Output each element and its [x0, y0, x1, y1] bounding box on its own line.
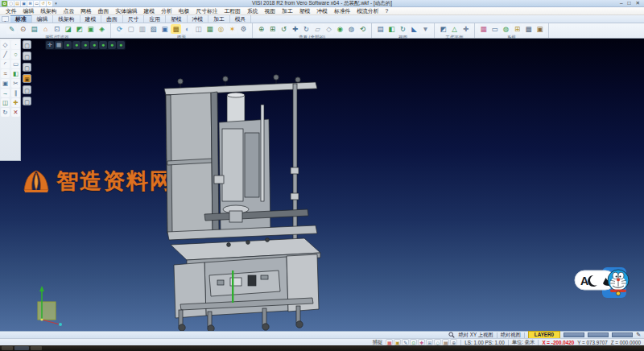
lights-icon[interactable]: ✶: [227, 24, 237, 34]
menu-item[interactable]: ?: [382, 7, 391, 15]
snap-grid-icon[interactable]: ▦: [386, 339, 393, 345]
snap-intersect-icon[interactable]: ✚: [418, 339, 425, 345]
zoom-all-icon[interactable]: ⊕: [256, 24, 266, 34]
select-icon[interactable]: ◇: [1, 40, 10, 49]
ribbon-tab[interactable]: 编辑: [32, 15, 54, 23]
ribbon-tab[interactable]: 曲面: [101, 15, 123, 23]
menu-item[interactable]: 编辑: [20, 7, 38, 15]
layer-filter-icon[interactable]: ▤: [29, 24, 39, 34]
regen-icon[interactable]: ⟲: [357, 24, 368, 34]
menu-item[interactable]: 文件: [2, 7, 20, 15]
workplane-align-icon[interactable]: △: [449, 24, 460, 34]
restore-button[interactable]: □: [628, 0, 631, 6]
color-palette-icon[interactable]: ▦: [478, 24, 489, 34]
snap-tangent-icon[interactable]: ◇: [434, 339, 441, 345]
view-axonometric-icon[interactable]: ◧: [386, 24, 397, 34]
zoom-previous-icon[interactable]: ↺: [279, 24, 289, 34]
menu-item[interactable]: 线架构: [37, 7, 60, 15]
search-icon[interactable]: [448, 332, 455, 338]
rotate-tool-icon[interactable]: ↻: [1, 108, 10, 117]
new-file-icon[interactable]: ▢: [8, 1, 14, 6]
ribbon-tab[interactable]: 线架构: [53, 15, 80, 23]
viewport-active-icon[interactable]: ▣: [23, 74, 31, 83]
taskbar-item[interactable]: [31, 346, 42, 350]
snap-smart-icon[interactable]: ⊕: [450, 339, 457, 345]
customize-quick-access-icon[interactable]: ▾: [53, 1, 59, 6]
rectangle-icon[interactable]: ▭: [11, 60, 20, 68]
viewport-layout-6-icon[interactable]: ▢: [23, 97, 31, 105]
arc-icon[interactable]: ◜: [1, 60, 10, 68]
cad-viewport[interactable]: ◇·╱○◜▭≈◧▣✂→∥◫✚↻✕ ▢▢▢▣▢▢ ✛▦●●●●●●● 智造资料网: [0, 39, 644, 331]
curve-icon[interactable]: ≈: [1, 69, 10, 78]
menu-item[interactable]: 尺寸标注: [192, 7, 221, 15]
undo-icon[interactable]: ↺: [40, 1, 46, 6]
render-icon[interactable]: ▦: [204, 24, 215, 34]
taskbar-item[interactable]: [2, 346, 13, 350]
dynamic-section-icon[interactable]: ◫: [193, 24, 204, 34]
menu-item[interactable]: 标准件: [331, 7, 353, 15]
transparency-icon[interactable]: ◐: [182, 24, 192, 34]
view-normal-icon[interactable]: ◣: [409, 24, 419, 34]
attributes-icon[interactable]: ✎: [6, 24, 17, 34]
calculator-icon[interactable]: ▩: [523, 24, 534, 34]
ribbon-tab[interactable]: 冲模: [188, 15, 209, 23]
menu-item[interactable]: 点云: [60, 7, 78, 15]
snap-point-icon[interactable]: ▣: [394, 339, 401, 345]
view-front-icon[interactable]: ▱: [312, 24, 323, 34]
materials-icon[interactable]: ◎: [216, 24, 226, 34]
menu-item[interactable]: 加工: [279, 7, 296, 15]
point-icon[interactable]: ·: [11, 40, 20, 49]
status-indicator[interactable]: [612, 332, 633, 337]
mirror-icon[interactable]: ◫: [1, 98, 10, 107]
world-icon[interactable]: ◍: [501, 24, 511, 34]
line-icon[interactable]: ╱: [1, 50, 10, 59]
workplane-reset-icon[interactable]: ✚: [460, 24, 471, 34]
collapse-ribbon-button[interactable]: -: [2, 16, 9, 22]
dynamic-rotate-icon[interactable]: ●: [64, 41, 72, 49]
menu-item[interactable]: 网格: [77, 7, 95, 15]
pen-icon[interactable]: ✎: [636, 332, 641, 338]
archive-icon[interactable]: ▣: [535, 24, 545, 34]
taskbar[interactable]: [0, 345, 644, 351]
viewport-layout-2-icon[interactable]: ▢: [23, 52, 31, 60]
graphics-settings-icon[interactable]: ⚙: [238, 24, 249, 34]
menu-item[interactable]: 建模: [141, 7, 159, 15]
snap-settings-icon[interactable]: ▦: [55, 41, 63, 49]
taskbar-item[interactable]: [14, 346, 29, 350]
rotate-icon[interactable]: ↻: [301, 24, 312, 34]
hidden-line-icon[interactable]: ▥: [137, 24, 147, 34]
grid-icon[interactable]: ⊞: [512, 24, 522, 34]
dynamic-zoom-icon[interactable]: ●: [81, 41, 89, 49]
ribbon-tab[interactable]: 加工: [208, 15, 230, 23]
view-iso-icon[interactable]: ◇: [324, 24, 334, 34]
snap-mid-icon[interactable]: ▤: [442, 339, 449, 345]
filter-solids-icon[interactable]: ▣: [85, 24, 96, 34]
magnify-icon[interactable]: ◍: [346, 24, 357, 34]
selection-filter-icon[interactable]: ⊙: [18, 24, 28, 34]
shaded-view-icon[interactable]: ▧: [148, 24, 159, 34]
menu-item[interactable]: 系统: [244, 7, 262, 15]
ribbon-tab[interactable]: 模具: [230, 15, 252, 23]
app-logo-icon[interactable]: ✿: [2, 1, 7, 6]
close-button[interactable]: ✕: [636, 0, 640, 6]
zoom-in-icon[interactable]: ●: [99, 41, 107, 49]
cad-model[interactable]: [158, 72, 331, 331]
move-icon[interactable]: ✚: [11, 98, 20, 107]
wireframe-view-icon[interactable]: ▢: [126, 24, 136, 34]
extend-icon[interactable]: →: [1, 89, 10, 97]
workplane-create-icon[interactable]: ◩: [438, 24, 448, 34]
menu-item[interactable]: 视图: [262, 7, 279, 15]
scale-field[interactable]: LS: 1.00 PS: 1.00: [464, 340, 504, 345]
menu-item[interactable]: 冲模: [313, 7, 331, 15]
save-all-icon[interactable]: ⊞: [27, 1, 33, 6]
status-indicator[interactable]: [588, 332, 609, 337]
view-manager-icon[interactable]: ▤: [375, 24, 386, 34]
view-reset-icon[interactable]: ●: [117, 41, 125, 49]
zoom-out-icon[interactable]: ●: [108, 41, 116, 49]
zoom-fit-icon[interactable]: ●: [90, 41, 98, 49]
open-file-icon[interactable]: ▤: [14, 1, 20, 6]
offset-icon[interactable]: ∥: [11, 89, 20, 97]
circle-icon[interactable]: ○: [11, 50, 20, 59]
home-view-icon[interactable]: ⌂: [40, 24, 51, 34]
ribbon-tab[interactable]: 建模: [80, 15, 102, 23]
